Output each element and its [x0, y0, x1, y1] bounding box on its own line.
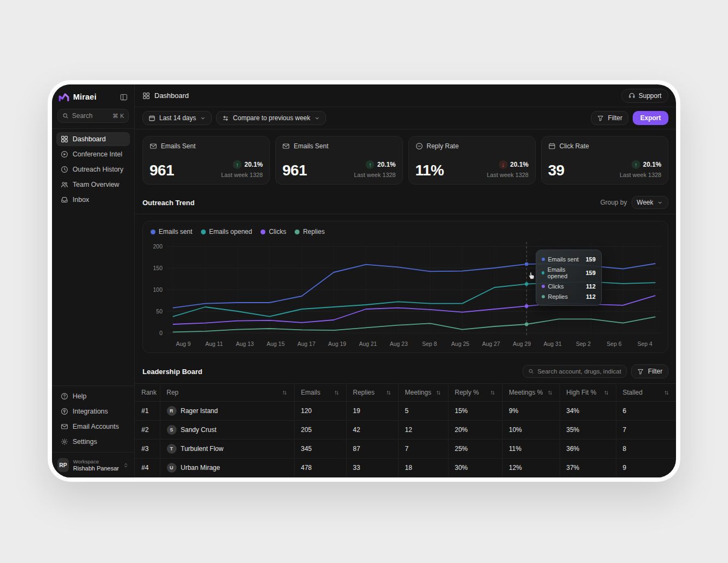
stat-delta: ↑20.1%: [620, 160, 661, 169]
column-header-stalled[interactable]: Stalled: [616, 384, 676, 402]
column-label: Reply %: [455, 389, 479, 396]
meetings-pct-cell: 9%: [502, 402, 560, 421]
chart-plot[interactable]: Emails sent159Emails opened159Clicks112R…: [167, 241, 661, 336]
column-header-meetings[interactable]: Meetings: [398, 384, 448, 402]
date-range-dropdown[interactable]: Last 14 days: [142, 111, 212, 125]
tooltip-row: Emails opened159: [542, 264, 596, 281]
sort-icon[interactable]: [386, 390, 392, 396]
chevron-down-icon: [200, 115, 206, 121]
chart-tooltip: Emails sent159Emails opened159Clicks112R…: [536, 250, 602, 306]
workspace-switcher[interactable]: RP Workspace Rishabh Panesar: [52, 452, 134, 477]
emails-cell: 205: [294, 421, 346, 440]
sort-icon[interactable]: [547, 390, 553, 396]
tooltip-label: Emails opened: [548, 266, 582, 279]
chart-legend: Emails sentEmails openedClicksReplies: [150, 227, 661, 241]
sidebar-item-label: Integrations: [73, 408, 108, 415]
x-axis-label: Aug 11: [199, 341, 230, 347]
groupby-value: Week: [637, 199, 653, 206]
sidebar-search[interactable]: ⌘ K: [57, 109, 129, 123]
conference-icon: [61, 150, 68, 158]
column-header-meetings[interactable]: Meetings %: [502, 384, 560, 402]
tooltip-value: 159: [586, 270, 595, 276]
column-header-reply[interactable]: Reply %: [448, 384, 502, 402]
support-button[interactable]: Support: [621, 89, 668, 103]
sidebar-item-conference-intel[interactable]: Conference Intel: [56, 147, 130, 161]
search-input[interactable]: [72, 112, 105, 120]
high-fit-pct-cell: 38%: [560, 477, 616, 478]
stat-card-emails-sent[interactable]: Emails Sent961↑20.1%Last week 1328: [275, 136, 402, 185]
topbar: Dashboard Support: [135, 84, 676, 107]
sidebar-item-label: Help: [73, 392, 87, 400]
legend-item-clicks[interactable]: Clicks: [261, 228, 286, 235]
trend-chart-card: Emails sentEmails openedClicksReplies 20…: [142, 221, 668, 353]
sort-icon[interactable]: [334, 390, 340, 396]
column-header-replies[interactable]: Replies: [346, 384, 398, 402]
sidebar-item-email-accounts[interactable]: Email Accounts: [56, 420, 130, 434]
column-header-high-fit[interactable]: High Fit %: [560, 384, 616, 402]
sidebar-item-dashboard[interactable]: Dashboard: [56, 132, 130, 146]
sort-icon[interactable]: [664, 390, 670, 396]
meetings-cell: 18: [398, 459, 448, 477]
leaderboard-title: Leadership Board: [142, 368, 203, 376]
sidebar-item-team-overview[interactable]: Team Overview: [56, 178, 130, 192]
rep-name: Sandy Crust: [181, 426, 217, 434]
filter-button[interactable]: Filter: [591, 111, 628, 125]
column-header-rank[interactable]: Rank: [135, 384, 160, 402]
rep-name: Urban Mirage: [181, 464, 220, 472]
tooltip-row: Replies112: [542, 291, 596, 302]
table-row[interactable]: #3TTurbulent Flow34587725%11%36%8: [135, 440, 676, 459]
column-header-emails[interactable]: Emails: [294, 384, 346, 402]
replies-cell: 87: [346, 440, 398, 459]
envelope-icon: [150, 142, 157, 150]
device-frame: Miraei ⌘ K DashboardConference IntelOutr…: [48, 80, 680, 482]
sort-icon[interactable]: [282, 390, 288, 396]
sort-icon[interactable]: [603, 390, 609, 396]
stat-card-click-rate[interactable]: Click Rate39↑20.1%Last week 1328: [541, 136, 668, 185]
sort-icon[interactable]: [490, 390, 496, 396]
legend-item-emails-sent[interactable]: Emails sent: [151, 228, 192, 235]
delta-value: 20.1%: [377, 161, 395, 168]
export-button[interactable]: Export: [633, 111, 668, 125]
table-row[interactable]: #4UUrban Mirage478331830%12%37%9: [135, 459, 676, 477]
arrow-up-icon: ↑: [366, 160, 374, 169]
sidebar-item-settings[interactable]: Settings: [56, 435, 130, 449]
compare-dropdown[interactable]: Compare to previous week: [216, 111, 326, 125]
stat-delta: ↓20.1%: [487, 160, 529, 169]
legend-item-emails-opened[interactable]: Emails opened: [201, 228, 252, 235]
column-header-rep[interactable]: Rep: [160, 384, 294, 402]
sort-icon[interactable]: [435, 390, 441, 396]
groupby-label: Group by: [600, 199, 627, 206]
sidebar: Miraei ⌘ K DashboardConference IntelOutr…: [52, 84, 135, 477]
table-row[interactable]: #2SSandy Crust205421220%10%35%7: [135, 421, 676, 440]
meetings-cell: 12: [398, 421, 448, 440]
table-row[interactable]: #5VVivid Echoes52376335%13%38%10: [135, 477, 676, 478]
inbox-icon: [61, 196, 68, 204]
sidebar-item-inbox[interactable]: Inbox: [56, 193, 130, 207]
leaderboard-search-input[interactable]: [537, 368, 621, 375]
sidebar-item-outreach-history[interactable]: Outreach History: [56, 162, 130, 176]
tooltip-value: 112: [586, 283, 596, 290]
high-fit-pct-cell: 37%: [560, 459, 616, 477]
sidebar-item-label: Inbox: [73, 196, 89, 204]
stat-card-reply-rate[interactable]: Reply Rate11%↓20.1%Last week 1328: [408, 136, 536, 185]
search-icon: [62, 113, 69, 119]
leaderboard-search[interactable]: [523, 365, 627, 378]
avatar: S: [167, 425, 177, 435]
groupby-dropdown[interactable]: Week: [632, 196, 668, 209]
sidebar-toggle-icon[interactable]: [120, 93, 128, 101]
rep-cell-wrap: UUrban Mirage: [160, 459, 294, 477]
sidebar-item-integrations[interactable]: Integrations: [56, 404, 130, 418]
sidebar-item-help[interactable]: Help: [56, 389, 130, 403]
history-icon: [61, 166, 68, 173]
stalled-cell: 8: [616, 440, 676, 459]
table-row[interactable]: #1RRager Istand12019515%9%34%6: [135, 402, 676, 421]
legend-item-replies[interactable]: Replies: [295, 228, 324, 235]
stat-subtext: Last week 1328: [354, 172, 395, 178]
stat-card-emails-sent[interactable]: Emails Sent961↑20.1%Last week 1328: [142, 136, 270, 185]
legend-label: Replies: [303, 228, 324, 235]
stat-value: 11%: [415, 163, 444, 178]
leaderboard-filter-button[interactable]: Filter: [631, 364, 668, 378]
x-axis-label: Aug 23: [384, 341, 414, 347]
sidebar-footer-nav: HelpIntegrationsEmail AccountsSettings: [52, 385, 134, 452]
trend-title: Outreach Trend: [142, 199, 194, 207]
